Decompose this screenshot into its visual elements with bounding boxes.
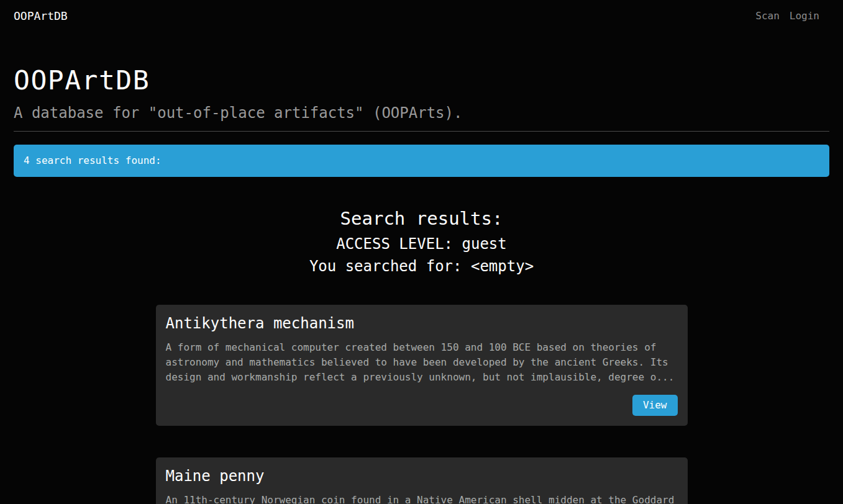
nav-link-scan[interactable]: Scan [750,10,785,22]
nav-link-login[interactable]: Login [785,10,824,22]
searched-for-text: You searched for: <empty> [14,255,829,277]
artifact-card-description: A form of mechanical computer created be… [166,340,678,385]
view-button[interactable]: View [632,395,678,416]
navbar-brand[interactable]: OOPArtDB [14,9,68,22]
header-divider [14,131,829,132]
main-container: OOPArtDB A database for "out-of-place ar… [0,65,843,504]
artifact-card-actions: View [166,395,678,416]
artifact-card: Antikythera mechanism A form of mechanic… [156,305,688,426]
search-results-list: Antikythera mechanism A form of mechanic… [156,305,688,504]
results-heading: Search results: [14,208,829,230]
navbar-links: Scan Login [750,10,824,22]
results-count-alert: 4 search results found: [14,145,829,177]
artifact-card-description: An 11th-century Norwegian coin found in … [166,493,678,504]
artifact-card: Maine penny An 11th-century Norwegian co… [156,457,688,504]
access-level-text: ACCESS LEVEL: guest [14,233,829,255]
artifact-card-title: Antikythera mechanism [166,315,678,333]
artifact-card-title: Maine penny [166,467,678,485]
top-navbar: OOPArtDB Scan Login [0,0,843,31]
page-title: OOPArtDB [14,65,829,97]
page-subtitle: A database for "out-of-place artifacts" … [14,102,829,124]
